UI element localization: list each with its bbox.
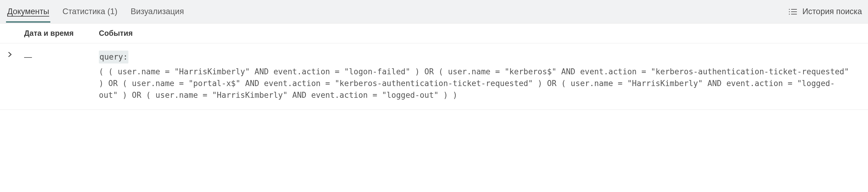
svg-point-4 <box>789 13 790 14</box>
expand-toggle[interactable] <box>7 50 24 57</box>
tab-statistics[interactable]: Статистика (1) <box>61 1 119 22</box>
col-expand-header <box>7 29 24 38</box>
list-icon <box>788 8 798 15</box>
col-date-header: Дата и время <box>24 29 99 38</box>
tab-visualization[interactable]: Визуализация <box>130 1 185 22</box>
search-history-label: История поиска <box>802 7 862 16</box>
table-header-row: Дата и время События <box>0 24 868 43</box>
tabs-container: Документы Статистика (1) Визуализация <box>6 1 788 22</box>
query-label: query: <box>99 50 128 64</box>
col-events-header: События <box>99 29 861 38</box>
svg-point-2 <box>789 11 790 12</box>
svg-point-0 <box>789 9 790 10</box>
search-history-link[interactable]: История поиска <box>788 7 862 16</box>
chevron-right-icon <box>7 52 13 57</box>
row-date: — <box>24 50 99 62</box>
tab-documents[interactable]: Документы <box>6 1 50 22</box>
query-text: ( ( user.name = "HarrisKimberly" AND eve… <box>99 66 852 101</box>
table-row: — query: ( ( user.name = "HarrisKimberly… <box>0 43 868 110</box>
tab-bar: Документы Статистика (1) Визуализация Ис… <box>0 0 868 24</box>
row-events: query: ( ( user.name = "HarrisKimberly" … <box>99 50 861 101</box>
